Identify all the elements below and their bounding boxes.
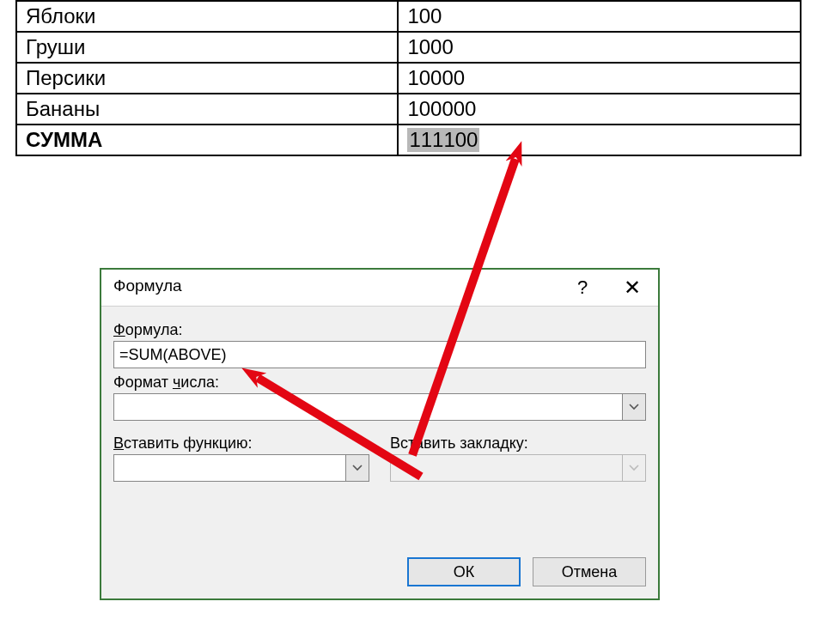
cell-label: Яблоки xyxy=(16,1,398,32)
table-row: Бананы 100000 xyxy=(16,94,801,125)
cell-label: Груши xyxy=(16,32,398,63)
sum-value: 111100 xyxy=(407,128,479,152)
cell-value: 100 xyxy=(398,1,801,32)
number-format-label: Формат числа: xyxy=(113,374,646,392)
cell-value: 100000 xyxy=(398,94,801,125)
insert-function-combo[interactable] xyxy=(113,454,369,482)
cell-sum-value: 111100 xyxy=(398,125,801,155)
dialog-title: Формула xyxy=(113,276,182,295)
cell-label: Персики xyxy=(16,63,398,94)
ok-button[interactable]: ОК xyxy=(407,557,521,586)
close-button[interactable]: ✕ xyxy=(612,270,653,306)
insert-bookmark-combo xyxy=(390,454,646,482)
chevron-down-icon[interactable] xyxy=(345,454,369,482)
help-button[interactable]: ? xyxy=(562,270,603,306)
number-format-value[interactable] xyxy=(113,393,622,421)
formula-dialog: Формула ? ✕ Формула: Формат числа: Встав… xyxy=(100,268,660,600)
table-row: Персики 10000 xyxy=(16,63,801,94)
dialog-titlebar[interactable]: Формула ? ✕ xyxy=(101,270,658,307)
insert-function-value[interactable] xyxy=(113,454,345,482)
table-row: Груши 1000 xyxy=(16,32,801,63)
number-format-combo[interactable] xyxy=(113,393,646,421)
formula-input[interactable] xyxy=(113,341,646,368)
cell-label: Бананы xyxy=(16,94,398,125)
insert-function-label: Вставить функцию: xyxy=(113,434,369,453)
chevron-down-icon[interactable] xyxy=(622,393,646,421)
table-sum-row: СУММА 111100 xyxy=(16,125,801,155)
formula-label: Формула: xyxy=(113,321,646,339)
chevron-down-icon xyxy=(622,454,646,482)
table-row: Яблоки 100 xyxy=(16,1,801,32)
insert-bookmark-label: Вставить закладку: xyxy=(390,434,646,453)
insert-bookmark-value xyxy=(390,454,622,482)
cell-sum-label: СУММА xyxy=(16,125,398,155)
cell-value: 10000 xyxy=(398,63,801,94)
cell-value: 1000 xyxy=(398,32,801,63)
data-table: Яблоки 100 Груши 1000 Персики 10000 Бана… xyxy=(15,0,801,156)
cancel-button[interactable]: Отмена xyxy=(533,557,646,586)
